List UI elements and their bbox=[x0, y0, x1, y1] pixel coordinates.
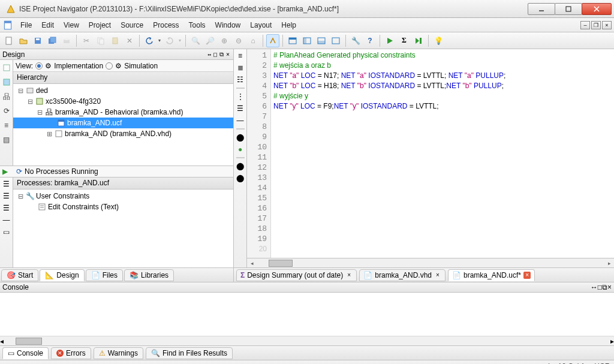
sim-gear-icon[interactable]: ⚙ bbox=[115, 62, 122, 70]
tab-design-summary[interactable]: ΣDesign Summary (out of date)× bbox=[236, 269, 357, 281]
gear-icon[interactable]: ⚙ bbox=[45, 62, 52, 70]
tab-bramka-vhd[interactable]: 📄bramka_AND.vhd× bbox=[359, 269, 446, 281]
paste-button[interactable] bbox=[109, 34, 122, 47]
proc-icon-1[interactable]: ☰ bbox=[3, 180, 10, 188]
new-button[interactable] bbox=[2, 34, 16, 47]
window-2-button[interactable] bbox=[300, 34, 314, 47]
minimize-button[interactable] bbox=[528, 3, 555, 15]
menu-help[interactable]: Help bbox=[276, 20, 301, 31]
editor-icon-4[interactable]: ⋮ bbox=[237, 92, 244, 101]
code-text[interactable]: # PlanAhead Generated physical constrain… bbox=[271, 49, 614, 258]
find-files-button[interactable]: 🔎 bbox=[203, 34, 216, 47]
tool-whatsthis-button[interactable]: ? bbox=[363, 34, 377, 47]
window-4-button[interactable] bbox=[329, 34, 342, 47]
editor-hscrollbar[interactable]: ◂▸ bbox=[247, 258, 614, 267]
node-user-constraints[interactable]: User Constraints bbox=[36, 192, 89, 200]
design-icon[interactable] bbox=[1, 62, 12, 73]
close-tab-icon[interactable]: × bbox=[434, 272, 441, 279]
tab-files[interactable]: 📄Files bbox=[86, 269, 123, 281]
rerun-button[interactable] bbox=[412, 34, 425, 47]
menu-window[interactable]: Window bbox=[210, 20, 246, 31]
proc-icon-4[interactable]: — bbox=[3, 216, 10, 224]
node-device[interactable]: xc3s500e-4fg320 bbox=[46, 97, 101, 106]
proc-icon-5[interactable]: ▭ bbox=[3, 228, 10, 236]
sources-icon[interactable] bbox=[1, 77, 12, 88]
panel-close-icon[interactable]: × bbox=[225, 51, 231, 58]
menu-project[interactable]: Project bbox=[84, 20, 116, 31]
console-close-icon[interactable]: × bbox=[607, 283, 612, 291]
console-hscrollbar[interactable]: ◂▸ bbox=[0, 336, 614, 345]
find-button[interactable]: 🔍 bbox=[189, 34, 202, 47]
node-edit-constraints[interactable]: Edit Constraints (Text) bbox=[48, 203, 119, 211]
tool-wrench-button[interactable]: 🔧 bbox=[349, 34, 362, 47]
console-autohide-icon[interactable]: ⧉ bbox=[602, 283, 607, 291]
save-all-button[interactable] bbox=[46, 34, 59, 47]
zoom-in-button[interactable]: ⊕ bbox=[218, 34, 231, 47]
editor-icon-3[interactable]: ☷ bbox=[237, 76, 243, 84]
run-button[interactable] bbox=[383, 34, 396, 47]
proc-icon-2[interactable]: ☰ bbox=[3, 192, 10, 200]
editor-icon-7[interactable]: ⬤ bbox=[236, 133, 244, 142]
code-editor[interactable]: 1234567891011121314151617181920 # PlanAh… bbox=[247, 49, 614, 258]
redo-button[interactable] bbox=[163, 34, 176, 47]
editor-icon-1[interactable]: ≡ bbox=[238, 52, 242, 60]
zoom-out-button[interactable]: ⊖ bbox=[232, 34, 245, 47]
menu-tools[interactable]: Tools bbox=[184, 20, 210, 31]
sigma-button[interactable]: Σ bbox=[398, 34, 411, 47]
menu-view[interactable]: View bbox=[59, 20, 84, 31]
tab-start[interactable]: 🎯Start bbox=[1, 269, 38, 281]
editor-icon-6[interactable]: — bbox=[237, 116, 244, 125]
panel-autohide-icon[interactable]: ⧉ bbox=[218, 51, 225, 58]
play-icon[interactable]: ▶ bbox=[2, 167, 8, 176]
console-body[interactable] bbox=[0, 293, 614, 336]
delete-button[interactable]: ✕ bbox=[123, 34, 136, 47]
node-project[interactable]: ded bbox=[36, 86, 48, 95]
zoom-fit-button[interactable]: ⌂ bbox=[246, 34, 260, 47]
console-dock-icon[interactable]: ↔ bbox=[591, 283, 598, 291]
close-tab-icon[interactable]: × bbox=[523, 272, 531, 279]
panel-dock-left-icon[interactable]: ↔ bbox=[206, 51, 212, 58]
radio-implementation[interactable] bbox=[35, 62, 43, 70]
menu-process[interactable]: Process bbox=[148, 20, 183, 31]
bulb-button[interactable]: 💡 bbox=[432, 34, 445, 47]
panel-float-icon[interactable]: □ bbox=[212, 51, 218, 58]
menu-source[interactable]: Source bbox=[116, 20, 148, 31]
print-button[interactable] bbox=[60, 34, 73, 47]
copy-button[interactable] bbox=[94, 34, 107, 47]
maximize-button[interactable] bbox=[555, 3, 582, 15]
expand-all-icon[interactable]: ▤ bbox=[1, 134, 12, 145]
collapse-all-icon[interactable]: ≡ bbox=[1, 120, 12, 131]
tab-find-results[interactable]: 🔍Find in Files Results bbox=[146, 347, 233, 359]
menu-layout[interactable]: Layout bbox=[245, 20, 276, 31]
hierarchy-icon[interactable]: 品 bbox=[1, 91, 12, 102]
hierarchy-tree[interactable]: ⊟ded ⊟xc3s500e-4fg320 ⊟品bramka_AND - Beh… bbox=[13, 84, 233, 166]
refresh-icon[interactable]: ⟳ bbox=[1, 106, 12, 116]
process-tree[interactable]: ⊟🔧User Constraints Edit Constraints (Tex… bbox=[13, 189, 233, 267]
editor-icon-2[interactable]: ≣ bbox=[237, 64, 243, 72]
menu-edit[interactable]: Edit bbox=[37, 20, 59, 31]
cut-button[interactable]: ✂ bbox=[80, 34, 93, 47]
node-ucf[interactable]: bramka_AND.ucf bbox=[67, 119, 122, 127]
tab-warnings[interactable]: ⚠Warnings bbox=[94, 347, 143, 359]
tab-design[interactable]: 📐Design bbox=[40, 269, 84, 281]
tab-console[interactable]: ▭Console bbox=[2, 347, 49, 359]
save-button[interactable] bbox=[31, 34, 44, 47]
close-tab-icon[interactable]: × bbox=[345, 272, 353, 279]
tab-bramka-ucf[interactable]: 📄bramka_AND.ucf*× bbox=[448, 269, 535, 281]
layout-toggle-button[interactable] bbox=[266, 34, 279, 47]
editor-icon-8[interactable]: ⬤ bbox=[236, 162, 244, 170]
node-top[interactable]: bramka_AND - Behavioral (bramka.vhd) bbox=[55, 108, 183, 116]
editor-bulb-icon[interactable]: ● bbox=[238, 145, 242, 154]
editor-icon-9[interactable]: ⬤ bbox=[236, 174, 244, 182]
editor-icon-5[interactable]: ☰ bbox=[237, 104, 243, 113]
tab-errors[interactable]: ✕Errors bbox=[51, 347, 91, 359]
console-float-icon[interactable]: □ bbox=[598, 283, 602, 291]
mdi-close-button[interactable]: × bbox=[602, 21, 612, 29]
radio-simulation[interactable] bbox=[106, 62, 113, 70]
close-button[interactable] bbox=[582, 3, 612, 15]
window-3-button[interactable] bbox=[315, 34, 328, 47]
mdi-minimize-button[interactable]: – bbox=[580, 21, 590, 29]
proc-icon-3[interactable]: ☰ bbox=[3, 204, 10, 212]
mdi-restore-button[interactable]: ❐ bbox=[591, 21, 601, 29]
menu-file[interactable]: File bbox=[16, 20, 37, 31]
